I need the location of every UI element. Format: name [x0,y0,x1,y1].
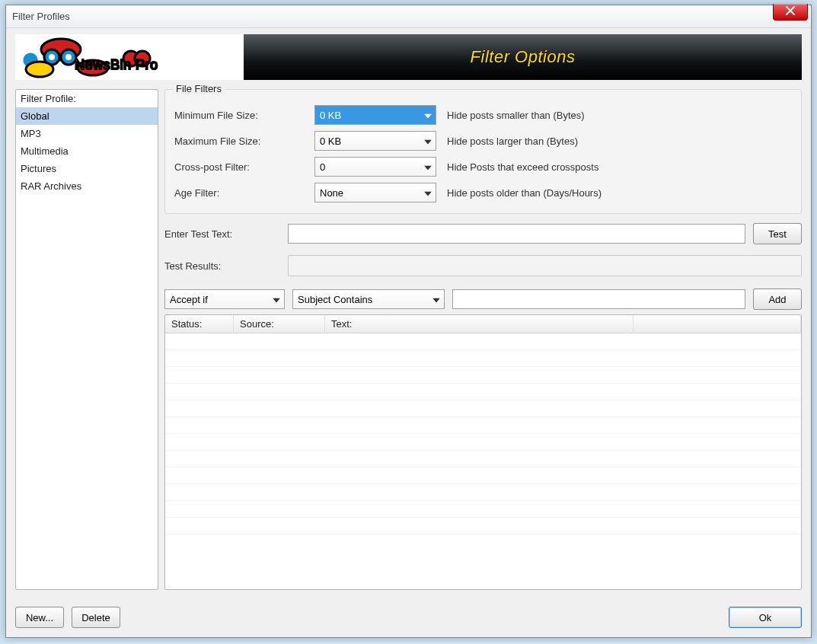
footer: New... Delete Ok [6,599,811,637]
enter-test-label: Enter Test Text: [164,228,280,240]
rules-table-header: Status: Source: Text: [165,315,801,333]
age-filter-select[interactable]: None [314,183,436,202]
profile-list-item[interactable]: RAR Archives [16,177,158,195]
crosspost-label: Cross-post Filter: [174,161,304,173]
table-row [165,518,801,534]
crosspost-hint: Hide Posts that exceed crossposts [447,161,792,173]
table-row [165,501,801,518]
rules-table-body [165,333,801,589]
age-filter-hint: Hide posts older than (Days/Hours) [447,187,792,199]
table-row [165,467,801,484]
content: Filter Profile: GlobalMP3MultimediaPictu… [6,89,811,599]
table-row [165,384,801,400]
col-status[interactable]: Status: [165,315,234,333]
profile-list-header: Filter Profile: [16,90,158,107]
table-row [165,417,801,434]
profile-list-item[interactable]: Multimedia [16,142,158,160]
new-profile-button[interactable]: New... [15,607,64,628]
window-title: Filter Profiles [12,11,70,22]
min-size-label: Minimum File Size: [174,110,304,121]
accept-mode-select[interactable]: Accept if [164,289,285,309]
table-row [165,434,801,451]
titlebar: Filter Profiles [6,5,811,28]
banner-caption: Filter Options [471,47,576,67]
svg-point-3 [49,54,55,60]
col-extra[interactable] [633,315,801,333]
add-rule-button[interactable]: Add [753,289,802,310]
max-size-label: Maximum File Size: [174,135,304,147]
svg-point-5 [26,62,53,77]
banner: NewsBin Pro Filter Options [15,34,802,80]
field-select[interactable]: Subject Contains [292,289,445,309]
table-row [165,484,801,501]
filter-profiles-window: Filter Profiles Ne [5,5,812,638]
table-row [165,451,801,467]
profile-list-item[interactable]: Global [16,107,158,125]
pattern-input[interactable] [452,289,745,309]
ok-button[interactable]: Ok [729,607,802,628]
col-source[interactable]: Source: [234,315,325,333]
test-text-input[interactable] [288,224,745,244]
rules-table[interactable]: Status: Source: Text: [164,314,802,590]
table-row [165,350,801,367]
min-size-hint: Hide posts smaller than (Bytes) [447,110,792,121]
col-text[interactable]: Text: [325,315,633,333]
main-panel: File Filters Minimum File Size: 0 KB Hid… [164,89,802,590]
age-filter-label: Age Filter: [174,187,304,199]
profile-list-item[interactable]: Pictures [16,160,158,177]
test-button[interactable]: Test [753,223,802,244]
table-row [165,400,801,417]
file-filters-group: File Filters Minimum File Size: 0 KB Hid… [164,89,802,214]
close-button[interactable] [773,4,808,21]
delete-profile-button[interactable]: Delete [72,607,120,628]
min-size-select[interactable]: 0 KB [314,105,436,125]
max-size-hint: Hide posts larger than (Bytes) [447,135,792,147]
table-row [165,333,801,350]
banner-right: Filter Options [244,34,802,80]
banner-left: NewsBin Pro [15,34,244,80]
profile-list-item[interactable]: MP3 [16,125,158,142]
close-icon [786,6,795,18]
crosspost-select[interactable]: 0 [314,157,436,177]
product-name: NewsBin Pro [75,57,158,73]
test-results-box [288,255,802,276]
file-filters-legend: File Filters [173,83,225,94]
test-results-label: Test Results: [164,260,280,272]
max-size-select[interactable]: 0 KB [314,131,436,151]
profile-list[interactable]: Filter Profile: GlobalMP3MultimediaPictu… [15,89,158,590]
svg-point-4 [65,54,72,60]
table-row [165,367,801,384]
